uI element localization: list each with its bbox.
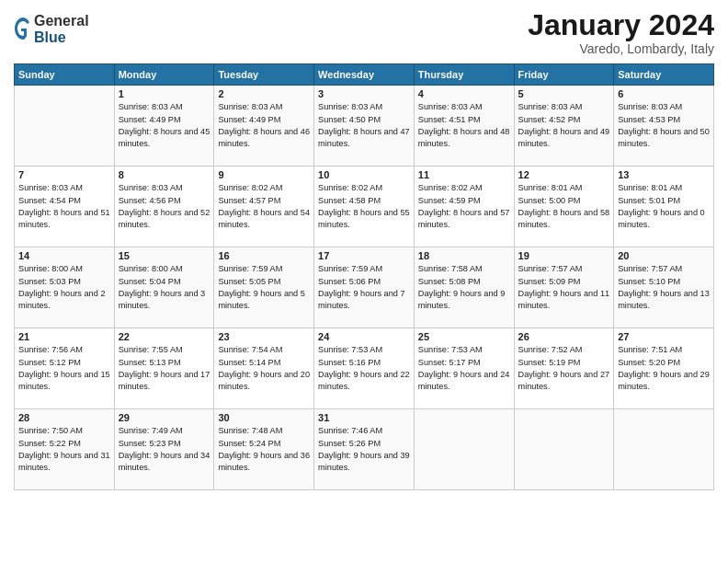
day-number: 25	[418, 331, 510, 342]
daylight-text: Daylight: 9 hours and 13 minutes.	[618, 289, 710, 310]
col-header-monday: Monday	[114, 64, 214, 86]
sunrise-text: Sunrise: 7:53 AM	[318, 345, 382, 354]
sunset-text: Sunset: 4:50 PM	[318, 115, 381, 124]
cell-content: Sunrise: 7:59 AMSunset: 5:06 PMDaylight:…	[318, 263, 410, 312]
sunrise-text: Sunrise: 7:57 AM	[618, 264, 682, 273]
sunset-text: Sunset: 5:00 PM	[518, 196, 581, 205]
day-number: 11	[418, 169, 510, 180]
daylight-text: Daylight: 8 hours and 52 minutes.	[119, 208, 210, 229]
day-number: 30	[218, 412, 310, 423]
header-row: SundayMondayTuesdayWednesdayThursdayFrid…	[15, 64, 714, 86]
day-number: 14	[18, 250, 110, 261]
daylight-text: Daylight: 9 hours and 7 minutes.	[318, 289, 405, 310]
cell-content: Sunrise: 7:56 AMSunset: 5:12 PMDaylight:…	[18, 344, 110, 393]
cell-content: Sunrise: 7:51 AMSunset: 5:20 PMDaylight:…	[618, 344, 710, 393]
daylight-text: Daylight: 9 hours and 0 minutes.	[618, 208, 705, 229]
daylight-text: Daylight: 8 hours and 49 minutes.	[518, 127, 610, 148]
week-row-2: 14Sunrise: 8:00 AMSunset: 5:03 PMDayligh…	[15, 247, 714, 328]
day-number: 17	[318, 250, 410, 261]
week-row-4: 28Sunrise: 7:50 AMSunset: 5:22 PMDayligh…	[15, 409, 714, 490]
header: General Blue January 2024 Varedo, Lombar…	[14, 9, 714, 56]
calendar-table: SundayMondayTuesdayWednesdayThursdayFrid…	[14, 63, 714, 490]
calendar-cell: 25Sunrise: 7:53 AMSunset: 5:17 PMDayligh…	[414, 328, 514, 409]
cell-content: Sunrise: 8:03 AMSunset: 4:49 PMDaylight:…	[218, 101, 310, 150]
daylight-text: Daylight: 9 hours and 15 minutes.	[18, 370, 110, 391]
calendar-cell: 27Sunrise: 7:51 AMSunset: 5:20 PMDayligh…	[614, 328, 714, 409]
cell-content: Sunrise: 7:52 AMSunset: 5:19 PMDaylight:…	[518, 344, 610, 393]
cell-content: Sunrise: 7:57 AMSunset: 5:10 PMDaylight:…	[618, 263, 710, 312]
sunrise-text: Sunrise: 8:03 AM	[518, 102, 583, 111]
sunset-text: Sunset: 4:54 PM	[18, 196, 81, 205]
daylight-text: Daylight: 9 hours and 5 minutes.	[218, 289, 305, 310]
sunset-text: Sunset: 5:05 PM	[218, 277, 280, 286]
sunset-text: Sunset: 5:19 PM	[518, 358, 581, 367]
calendar-cell: 5Sunrise: 8:03 AMSunset: 4:52 PMDaylight…	[514, 86, 614, 167]
sunrise-text: Sunrise: 7:53 AM	[418, 345, 483, 354]
sunset-text: Sunset: 4:51 PM	[418, 115, 481, 124]
sunrise-text: Sunrise: 7:58 AM	[418, 264, 483, 273]
sunrise-text: Sunrise: 7:49 AM	[119, 426, 183, 435]
cell-content: Sunrise: 8:03 AMSunset: 4:56 PMDaylight:…	[119, 182, 210, 231]
title-block: January 2024 Varedo, Lombardy, Italy	[528, 9, 714, 56]
day-number: 4	[418, 88, 510, 99]
cell-content: Sunrise: 7:57 AMSunset: 5:09 PMDaylight:…	[518, 263, 610, 312]
sunset-text: Sunset: 4:52 PM	[518, 115, 581, 124]
calendar-cell: 18Sunrise: 7:58 AMSunset: 5:08 PMDayligh…	[414, 247, 514, 328]
sunset-text: Sunset: 4:59 PM	[418, 196, 481, 205]
day-number: 24	[318, 331, 410, 342]
cell-content: Sunrise: 7:58 AMSunset: 5:08 PMDaylight:…	[418, 263, 510, 312]
cell-content: Sunrise: 7:46 AMSunset: 5:26 PMDaylight:…	[318, 425, 410, 474]
col-header-thursday: Thursday	[414, 64, 514, 86]
cell-content: Sunrise: 7:53 AMSunset: 5:17 PMDaylight:…	[418, 344, 510, 393]
calendar-cell	[15, 86, 115, 167]
sunset-text: Sunset: 5:26 PM	[318, 439, 381, 448]
sunrise-text: Sunrise: 8:03 AM	[418, 102, 483, 111]
sunrise-text: Sunrise: 7:59 AM	[218, 264, 282, 273]
cell-content: Sunrise: 8:02 AMSunset: 4:58 PMDaylight:…	[318, 182, 410, 231]
sunset-text: Sunset: 4:56 PM	[119, 196, 181, 205]
col-header-tuesday: Tuesday	[214, 64, 314, 86]
sunset-text: Sunset: 5:13 PM	[119, 358, 181, 367]
sunrise-text: Sunrise: 7:51 AM	[618, 345, 682, 354]
sunset-text: Sunset: 4:57 PM	[218, 196, 280, 205]
daylight-text: Daylight: 8 hours and 45 minutes.	[119, 127, 210, 148]
cell-content: Sunrise: 7:49 AMSunset: 5:23 PMDaylight:…	[119, 425, 210, 474]
calendar-cell: 3Sunrise: 8:03 AMSunset: 4:50 PMDaylight…	[314, 86, 415, 167]
sunset-text: Sunset: 5:12 PM	[18, 358, 81, 367]
cell-content: Sunrise: 7:53 AMSunset: 5:16 PMDaylight:…	[318, 344, 410, 393]
day-number: 13	[618, 169, 710, 180]
sunrise-text: Sunrise: 8:01 AM	[518, 183, 583, 192]
sunset-text: Sunset: 5:14 PM	[218, 358, 280, 367]
sunrise-text: Sunrise: 8:03 AM	[318, 102, 382, 111]
cell-content: Sunrise: 7:48 AMSunset: 5:24 PMDaylight:…	[218, 425, 310, 474]
day-number: 16	[218, 250, 310, 261]
sunset-text: Sunset: 5:04 PM	[119, 277, 181, 286]
calendar-cell: 26Sunrise: 7:52 AMSunset: 5:19 PMDayligh…	[514, 328, 614, 409]
col-header-saturday: Saturday	[614, 64, 714, 86]
sunrise-text: Sunrise: 8:03 AM	[119, 183, 183, 192]
sunrise-text: Sunrise: 7:56 AM	[18, 345, 83, 354]
sunrise-text: Sunrise: 8:03 AM	[18, 183, 83, 192]
cell-content: Sunrise: 7:55 AMSunset: 5:13 PMDaylight:…	[119, 344, 210, 393]
calendar-cell	[614, 409, 714, 490]
calendar-cell	[514, 409, 614, 490]
sunset-text: Sunset: 4:58 PM	[318, 196, 381, 205]
day-number: 20	[618, 250, 710, 261]
sunset-text: Sunset: 4:53 PM	[618, 115, 680, 124]
calendar-cell: 19Sunrise: 7:57 AMSunset: 5:09 PMDayligh…	[514, 247, 614, 328]
cell-content: Sunrise: 8:03 AMSunset: 4:53 PMDaylight:…	[618, 101, 710, 150]
day-number: 31	[318, 412, 410, 423]
day-number: 26	[518, 331, 610, 342]
calendar-cell: 7Sunrise: 8:03 AMSunset: 4:54 PMDaylight…	[15, 167, 115, 247]
sunset-text: Sunset: 5:01 PM	[618, 196, 680, 205]
sunset-text: Sunset: 5:17 PM	[418, 358, 481, 367]
daylight-text: Daylight: 8 hours and 54 minutes.	[218, 208, 310, 229]
logo-general: General	[34, 13, 89, 29]
cell-content: Sunrise: 8:03 AMSunset: 4:52 PMDaylight:…	[518, 101, 610, 150]
cell-content: Sunrise: 7:50 AMSunset: 5:22 PMDaylight:…	[18, 425, 110, 474]
daylight-text: Daylight: 8 hours and 57 minutes.	[418, 208, 510, 229]
cell-content: Sunrise: 8:03 AMSunset: 4:49 PMDaylight:…	[119, 101, 210, 150]
month-title: January 2024	[528, 9, 714, 41]
daylight-text: Daylight: 9 hours and 3 minutes.	[119, 289, 206, 310]
sunrise-text: Sunrise: 8:01 AM	[618, 183, 682, 192]
